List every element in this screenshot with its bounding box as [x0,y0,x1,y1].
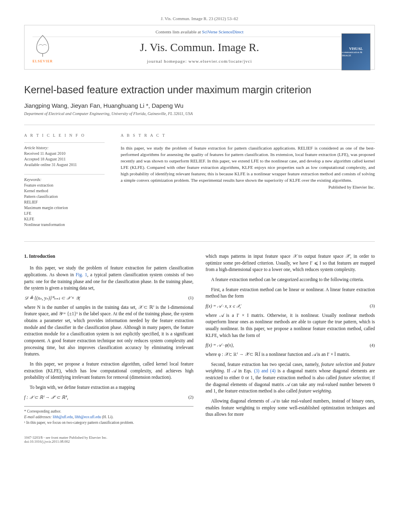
keyword-item: LFE [24,211,105,216]
copyright-block: 1047-3203/$ - see front matter Published… [24,435,375,444]
body-paragraph: In this paper, we propose a feature extr… [24,361,193,381]
equation: 𝒟 ≜ {(xₙ, yₙ)}ᴺₙ₌₁ ⊂ 𝒳 × 𝒴, [24,295,80,302]
equation: f(x) = 𝒜 · φ(x), [206,342,234,349]
copyright-line: 1047-3203/$ - see front matter Published… [24,435,375,440]
abstract-text: In this paper, we study the problem of f… [121,142,375,184]
article-history: Article history: Received 11 August 2010… [24,142,105,168]
equation-row: f : 𝒳 ⊂ ℝᴵ → 𝒳′ ⊂ ℝᴵ′, (2) [24,394,193,401]
cover-text-1: VISUAL [349,47,363,51]
journal-reference: J. Vis. Commun. Image R. 23 (2012) 53–62 [24,16,375,21]
body-paragraph: Second, feature extraction has two speci… [206,361,375,394]
tree-icon [31,33,55,58]
affiliation: Department of Electrical and Computer En… [24,111,375,116]
footnote-1: ¹ In this paper, we focus on two-categor… [24,420,193,426]
authors: Jiangping Wang, Jieyan Fan, Huanghuang L… [24,102,375,109]
publisher-note: Published by Elsevier Inc. [121,185,375,189]
email-link[interactable]: lihh@ufl.edu [53,415,73,419]
doi-line: doi:10.1016/j.jvcir.2011.08.002 [24,440,375,444]
keyword-item: Pattern classification [24,194,105,199]
equation: f(x) = 𝒜 · x, x ∈ 𝒳, [206,303,241,310]
email-line: E-mail addresses: lihh@ufl.edu, lihh@ece… [24,415,193,420]
history-received: Received 11 August 2010 [24,151,105,156]
body-paragraph: where φ : 𝒳 ⊂ ℝᴵ → 𝒳̄ ⊂ ℝĪ is a nonlinea… [206,351,375,358]
equation-number: (4) [370,342,375,349]
abstract-heading: A B S T R A C T [121,133,375,138]
journal-cover-thumb: VISUAL communication & IMAGE [341,33,370,70]
body-paragraph: where 𝒜 is a I′ × I matrix. Otherwise, i… [206,312,375,339]
body-paragraph: A feature extraction method can be categ… [206,276,375,283]
homepage-url[interactable]: www.elsevier.com/locate/jvci [188,59,252,64]
publisher-name: ELSEVIER [29,59,57,63]
keyword-item: Nonlinear transformation [24,222,105,228]
keyword-item: KLFE [24,216,105,222]
corresponding-note: * Corresponding author. [24,409,193,415]
keywords-label: Keywords: [24,177,41,182]
body-paragraph: First, a feature extraction method can b… [206,286,375,300]
keyword-item: Kernel method [24,188,105,194]
keyword-item: RELIEF [24,199,105,205]
equation-link[interactable]: (3) and (4) [254,368,276,373]
keyword-item: Maximum margin criterion [24,205,105,211]
sciencedirect-link[interactable]: SciVerse ScienceDirect [202,29,243,34]
contents-line: Contents lists available at SciVerse Sci… [33,29,366,37]
keywords-block: Keywords: Feature extraction Kernel meth… [24,174,105,228]
article-info-heading: A R T I C L E I N F O [24,133,105,138]
contents-label: Contents lists available at [156,29,202,34]
journal-homepage: journal homepage: www.elsevier.com/locat… [33,59,366,65]
homepage-label: journal homepage: [147,59,189,64]
equation-row: f(x) = 𝒜 · φ(x), (4) [206,342,375,349]
body-paragraph: To begin with, we define feature extract… [24,384,193,391]
history-online: Available online 31 August 2011 [24,162,105,168]
article-body: 1. Introduction In this paper, we study … [24,253,375,426]
publisher-logo: ELSEVIER [29,33,57,66]
journal-name: J. Vis. Commun. Image R. [33,41,366,54]
email-link[interactable]: lihh@ece.ufl.edu [75,415,101,419]
body-paragraph: In this paper, we study the problem of f… [24,265,193,292]
equation-number: (3) [370,303,375,309]
figure-link[interactable]: Fig. 1 [76,272,87,277]
history-accepted: Accepted 18 August 2011 [24,156,105,162]
article-title: Kernel-based feature extraction under ma… [24,84,375,96]
body-paragraph: where N is the number of samples in the … [24,304,193,357]
section-heading: 1. Introduction [24,253,193,260]
equation: f : 𝒳 ⊂ ℝᴵ → 𝒳′ ⊂ ℝᴵ′, [24,394,68,401]
keyword-item: Feature extraction [24,183,105,188]
history-title: Article history: [24,146,49,150]
body-paragraph: Allowing diagonal elements of 𝒜 to take … [206,398,375,418]
equation-row: 𝒟 ≜ {(xₙ, yₙ)}ᴺₙ₌₁ ⊂ 𝒳 × 𝒴, (1) [24,295,193,302]
body-paragraph: which maps patterns in input feature spa… [206,253,375,273]
cover-text-2: communication & IMAGE [342,51,370,57]
equation-row: f(x) = 𝒜 · x, x ∈ 𝒳, (3) [206,303,375,310]
footnotes: * Corresponding author. E-mail addresses… [24,406,193,425]
equation-number: (2) [188,394,193,401]
equation-number: (1) [188,295,193,301]
journal-header: ELSEVIER VISUAL communication & IMAGE Co… [24,25,375,70]
